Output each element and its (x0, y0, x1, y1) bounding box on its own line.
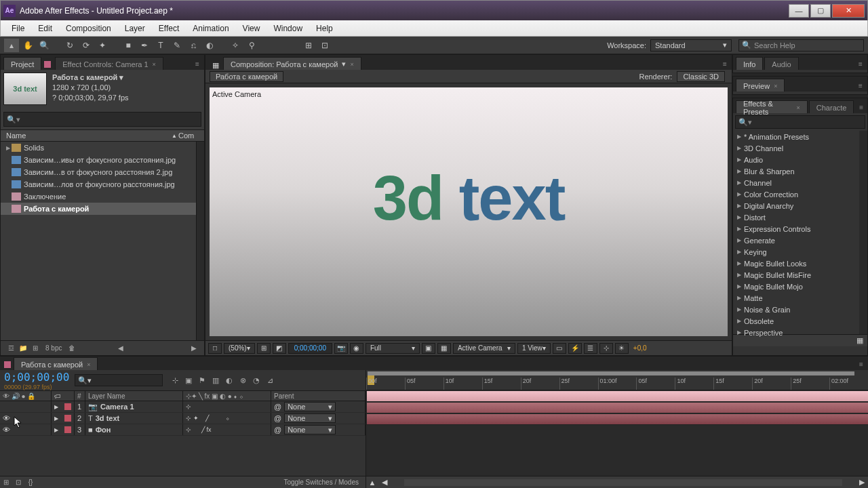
timeline-search-input[interactable]: 🔍▾ (75, 374, 163, 386)
new-folder-icon[interactable]: 📁 (17, 344, 29, 352)
toggle-switch-icon[interactable]: {} (24, 479, 37, 486)
auto-keyframe-icon[interactable]: ◔ (250, 374, 263, 386)
col-layer-name[interactable]: Layer Name (85, 391, 183, 401)
preset-category[interactable]: ▶Obsolete (733, 315, 867, 327)
panel-options-icon[interactable]: ≡ (191, 58, 204, 70)
rotate-tool[interactable]: ↻ (62, 39, 77, 52)
layer-bar-text[interactable] (367, 403, 868, 413)
motion-blur-icon[interactable]: ◐ (222, 374, 236, 386)
layer-bar-camera[interactable] (367, 391, 868, 401)
brainstorm-icon[interactable]: ⊗ (236, 374, 250, 386)
preset-category[interactable]: ▶Channel (733, 177, 867, 188)
preset-category[interactable]: ▶Audio (733, 154, 867, 165)
pen-tool[interactable]: ✒ (137, 39, 152, 52)
panel-options-icon[interactable]: ≡ (855, 101, 867, 113)
maximize-button[interactable]: ▢ (810, 4, 831, 18)
preset-category[interactable]: ▶Color Correction (733, 188, 867, 200)
timeline-layer-camera[interactable]: ▶ 1 📷Camera 1 ⊹ @None▾ (0, 401, 366, 413)
comp-flow-icon[interactable]: ⊹ (599, 343, 613, 354)
next-icon[interactable]: ▶ (188, 344, 200, 352)
clone-tool[interactable]: ⎌ (186, 39, 201, 52)
tab-character[interactable]: Characte (809, 100, 854, 113)
always-preview-icon[interactable]: □ (208, 343, 222, 354)
preset-category[interactable]: ▶Magic Bullet MisFire (733, 269, 867, 281)
selection-tool[interactable]: ▴ (4, 39, 19, 52)
menu-help[interactable]: Help (309, 22, 340, 35)
snap-icon[interactable]: ⊞ (301, 39, 316, 52)
comp-breadcrumb[interactable]: Работа с камерой (210, 71, 283, 82)
timeline-layer-bg[interactable]: 👁 ▶ 3 ■Фон ⊹ ╱ fx @None▾ (0, 424, 366, 436)
draft3d-icon[interactable]: ▣ (182, 374, 195, 386)
preset-category[interactable]: ▶Digital Anarchy (733, 200, 867, 211)
fast-preview-icon[interactable]: ⚡ (568, 343, 582, 354)
camera-tool[interactable]: ⟳ (79, 39, 94, 52)
project-item-image[interactable]: Зависим…ивы от фокусного расстояния.jpg (1, 154, 204, 166)
panel-options-icon[interactable]: ≡ (718, 58, 732, 70)
toggle-switches-button[interactable]: Toggle Switches / Modes (277, 479, 366, 486)
project-item-folder[interactable]: ▶Solids (1, 142, 204, 154)
project-search-input[interactable]: 🔍▾ (3, 112, 201, 127)
exposure-value[interactable]: +0,0 (633, 344, 647, 352)
zoom-tool[interactable]: 🔍 (37, 39, 52, 52)
menu-window[interactable]: Window (267, 22, 309, 35)
menu-layer[interactable]: Layer (118, 22, 152, 35)
eraser-tool[interactable]: ◐ (202, 39, 217, 52)
zoom-dropdown[interactable]: (50%) ▾ (224, 343, 255, 354)
menu-file[interactable]: File (5, 22, 31, 35)
hand-tool[interactable]: ✋ (20, 39, 35, 52)
timeline-tracks[interactable] (366, 390, 868, 476)
camera-dropdown[interactable]: Active Camera▾ (453, 343, 515, 354)
project-item-image[interactable]: Зависим…лов от фокусного расстояния.jpg (1, 178, 204, 190)
grid-icon[interactable]: ⊞ (257, 343, 271, 354)
preset-category[interactable]: ▶Magic Bullet Looks (733, 258, 867, 269)
shape-tool[interactable]: ■ (121, 39, 136, 52)
brush-tool[interactable]: ✎ (170, 39, 184, 52)
interpret-footage-icon[interactable]: ☲ (5, 344, 17, 352)
minimize-button[interactable]: — (789, 4, 809, 18)
project-scrollbar[interactable] (196, 142, 204, 340)
project-list-header[interactable]: Name ▲ Com (1, 129, 204, 142)
prev-icon[interactable]: ◀ (115, 344, 127, 352)
preset-category[interactable]: ▶Keying (733, 246, 867, 258)
layer-bar-bg[interactable] (367, 414, 868, 424)
views-dropdown[interactable]: 1 View ▾ (517, 343, 551, 354)
tab-preview[interactable]: Preview× (736, 79, 785, 92)
effects-search-input[interactable]: 🔍▾ (735, 115, 865, 129)
puppet-tool[interactable]: ⚲ (244, 39, 259, 52)
color-depth[interactable]: 8 bpc (45, 344, 62, 352)
resolution-dropdown[interactable]: Full▾ (366, 343, 420, 354)
workspace-dropdown[interactable]: Standard▾ (650, 39, 732, 52)
hide-shy-icon[interactable]: ⚑ (195, 374, 209, 386)
comp-flow-icon[interactable]: ▦ (208, 61, 223, 70)
preset-category[interactable]: ▶Blur & Sharpen (733, 165, 867, 177)
reset-exposure-icon[interactable]: ☀ (615, 343, 629, 354)
preset-category[interactable]: ▶Generate (733, 235, 867, 246)
menu-view[interactable]: View (236, 22, 267, 35)
zoom-slider-right-icon[interactable]: ▶ (856, 478, 868, 487)
parent-dropdown[interactable]: None▾ (284, 413, 336, 423)
comp-name[interactable]: Работа с камерой ▾ (52, 73, 129, 83)
parent-dropdown[interactable]: None▾ (284, 425, 336, 434)
menu-animation[interactable]: Animation (186, 22, 235, 35)
timeline-current-time[interactable]: 0;00;00;00 (4, 371, 69, 384)
preset-category[interactable]: ▶Distort (733, 211, 867, 223)
preset-category[interactable]: ▶3D Channel (733, 142, 867, 154)
transparency-icon[interactable]: ▦ (437, 343, 451, 354)
timeline-layer-text[interactable]: 👁 ▶ 2 T3d text ⊹ ✦ ╱ ⬦ @None▾ (0, 413, 366, 424)
tab-audio[interactable]: Audio (764, 57, 798, 70)
preset-category[interactable]: ▶Perspective (733, 327, 867, 338)
timeline-icon[interactable]: ☰ (584, 343, 597, 354)
timeline-ruler[interactable]: 00f05f 10f15f 20f25f 01:00f05f 10f15f 20… (366, 370, 868, 390)
tab-effect-controls[interactable]: Effect Controls: Camera 1× (55, 57, 163, 70)
comp-thumbnail[interactable]: 3d text (3, 73, 47, 105)
work-area-bar[interactable] (368, 371, 854, 375)
tab-info[interactable]: Info (736, 57, 763, 70)
zoom-out-icon[interactable]: ▲ (366, 479, 378, 487)
type-tool[interactable]: T (153, 39, 168, 52)
panel-options-icon[interactable]: ≡ (854, 358, 868, 370)
preset-category[interactable]: ▶* Animation Presets (733, 131, 867, 142)
delete-icon[interactable]: 🗑 (66, 344, 78, 352)
snap2-icon[interactable]: ⊡ (317, 39, 332, 52)
new-comp-icon[interactable]: ⊞ (29, 344, 41, 352)
mask-icon[interactable]: ◩ (273, 343, 286, 354)
